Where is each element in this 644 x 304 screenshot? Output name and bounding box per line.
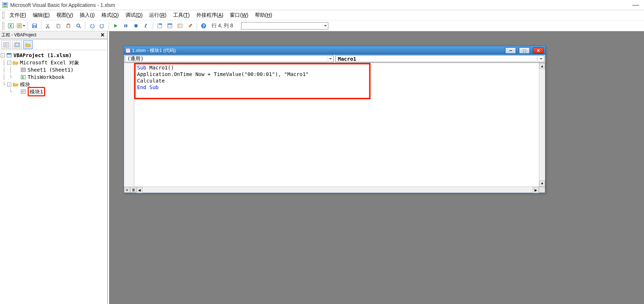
procedure-dropdown[interactable]: Macro1: [335, 55, 544, 62]
code-editor[interactable]: Sub Macro1() Application.OnTime Now + Ti…: [134, 63, 539, 187]
properties-window-icon[interactable]: [165, 21, 174, 30]
tree-sheet1-label: Sheet1 (Sheet1): [28, 66, 73, 73]
object-dropdown-value: (通用): [127, 56, 144, 62]
object-browser-icon[interactable]: [176, 21, 184, 30]
toggle-folders-button[interactable]: [23, 40, 33, 49]
project-tree[interactable]: - VBAProject (1.xlsm) │ - Microsoft Exce…: [0, 50, 107, 304]
redo-icon[interactable]: [98, 21, 107, 30]
project-explorer-icon[interactable]: [155, 21, 164, 30]
svg-text:X: X: [22, 76, 24, 79]
app-title-text: Microsoft Visual Basic for Applications …: [10, 2, 115, 8]
svg-rect-32: [178, 26, 179, 27]
worksheet-icon: [20, 67, 26, 73]
menu-addins[interactable]: 外接程序(A): [193, 11, 227, 19]
object-dropdown[interactable]: (通用): [125, 55, 334, 62]
code-body: Sub Macro1() Application.OnTime Now + Ti…: [124, 63, 545, 187]
find-icon[interactable]: [74, 21, 83, 30]
menu-run[interactable]: 运行(R): [146, 11, 169, 19]
procedure-view-button[interactable]: ≡: [124, 187, 130, 193]
menu-file[interactable]: 文件(F): [7, 11, 29, 19]
design-mode-icon[interactable]: [142, 21, 151, 30]
menu-view[interactable]: 视图(V): [53, 11, 76, 19]
svg-rect-42: [15, 43, 19, 46]
code-window-titlebar[interactable]: 1.xlsm - 模块1 (代码) ━ ▢ ✕: [124, 46, 545, 55]
menu-format[interactable]: 格式(O): [99, 11, 122, 19]
svg-point-34: [191, 24, 192, 25]
code-window-minimize-button[interactable]: ━: [505, 47, 516, 54]
svg-rect-6: [18, 25, 20, 27]
project-explorer-header: 工程 - VBAProject ×: [0, 31, 107, 39]
code-dropdown-bar: (通用) Macro1: [124, 55, 545, 63]
menu-help[interactable]: 帮助(H): [252, 11, 275, 19]
view-code-button[interactable]: [1, 40, 11, 49]
scroll-up-icon[interactable]: ▲: [539, 63, 545, 69]
toolbox-icon[interactable]: [186, 21, 195, 30]
break-icon[interactable]: [121, 21, 130, 30]
procedure-dropdown-value: Macro1: [338, 56, 356, 62]
full-module-view-button[interactable]: ≣: [130, 187, 136, 193]
workbook-icon: X: [20, 74, 26, 80]
menu-insert[interactable]: 插入(I): [77, 11, 97, 19]
scroll-left-icon[interactable]: ◀: [136, 187, 143, 193]
help-icon[interactable]: ?: [199, 21, 208, 30]
reset-icon[interactable]: [132, 21, 140, 30]
svg-rect-19: [124, 24, 125, 27]
project-explorer-close-button[interactable]: ×: [99, 32, 106, 39]
resize-grip-icon[interactable]: [539, 187, 545, 193]
app-icon: [2, 2, 8, 8]
module-icon: [20, 89, 26, 95]
code-gutter: [124, 63, 134, 187]
undo-icon[interactable]: [88, 21, 96, 30]
tree-sheet1[interactable]: ││ Sheet1 (Sheet1): [1, 66, 107, 73]
collapse-icon[interactable]: -: [1, 53, 5, 57]
collapse-icon[interactable]: -: [7, 61, 11, 65]
tree-excel-objects-folder[interactable]: │ - Microsoft Excel 对象: [1, 59, 107, 66]
cut-icon[interactable]: [44, 21, 52, 30]
scroll-track[interactable]: [143, 187, 533, 193]
view-excel-icon[interactable]: X: [7, 21, 15, 30]
cursor-position-label: 行 4, 列 8: [212, 23, 233, 29]
tree-thisworkbook[interactable]: │└ X ThisWorkbook: [1, 73, 107, 81]
tree-excel-objects-label: Microsoft Excel 对象: [20, 59, 79, 66]
svg-text:?: ?: [203, 24, 205, 28]
search-dropdown-icon[interactable]: [324, 25, 327, 27]
scroll-down-icon[interactable]: ▼: [539, 180, 545, 187]
chevron-down-icon[interactable]: [537, 56, 543, 61]
tree-modules-folder[interactable]: └ - 模块: [1, 81, 107, 88]
run-icon[interactable]: [111, 21, 120, 30]
insert-object-icon[interactable]: [17, 21, 25, 30]
vertical-scrollbar[interactable]: ▲ ▼: [539, 63, 545, 187]
tree-module1[interactable]: └ 模块1: [1, 88, 107, 95]
window-minimize-button[interactable]: —: [629, 1, 642, 9]
scroll-track[interactable]: [539, 69, 545, 180]
main-toolbar: X: [0, 20, 644, 31]
project-explorer-toolbar: [0, 39, 107, 50]
menu-tools[interactable]: 工具(T): [170, 11, 193, 19]
view-object-button[interactable]: [12, 40, 22, 49]
menu-debug[interactable]: 调试(D): [123, 11, 145, 19]
code-window-close-button[interactable]: ✕: [533, 47, 544, 54]
menu-bar: 文件(F) 编辑(E) 视图(V) 插入(I) 格式(O) 调试(D) 运行(R…: [0, 10, 644, 20]
save-icon[interactable]: [30, 21, 39, 30]
tree-module1-label: 模块1: [30, 89, 43, 95]
menu-grip-icon: [2, 12, 4, 19]
menu-edit[interactable]: 编辑(E): [30, 11, 53, 19]
tree-root-vbaproject[interactable]: - VBAProject (1.xlsm): [1, 52, 107, 59]
svg-point-17: [77, 24, 80, 27]
collapse-icon[interactable]: -: [7, 83, 11, 87]
svg-rect-9: [33, 26, 36, 28]
chevron-down-icon[interactable]: [327, 56, 333, 61]
module-icon: [125, 48, 131, 53]
paste-icon[interactable]: [64, 21, 73, 30]
folder-open-icon: [13, 81, 19, 87]
copy-icon[interactable]: [54, 21, 63, 30]
main-area: 工程 - VBAProject × - VBAProject (1.xlsm) …: [0, 31, 644, 304]
code-window-maximize-button[interactable]: ▢: [519, 47, 530, 54]
scroll-right-icon[interactable]: ▶: [533, 187, 539, 193]
svg-rect-31: [178, 24, 179, 25]
menu-window[interactable]: 窗口(W): [227, 11, 251, 19]
project-icon: [6, 52, 12, 58]
project-explorer-title: 工程 - VBAProject: [1, 32, 36, 38]
horizontal-scrollbar[interactable]: ≡ ≣ ◀ ▶: [124, 187, 545, 193]
toolbar-search-input[interactable]: [241, 22, 328, 29]
